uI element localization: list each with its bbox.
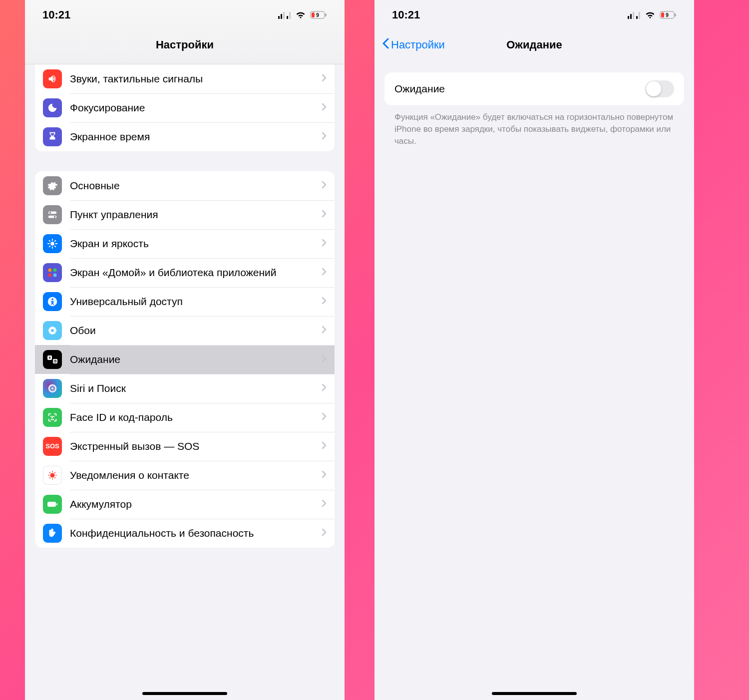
standby-toggle-row: Ожидание bbox=[384, 72, 684, 105]
home-indicator[interactable] bbox=[492, 692, 577, 695]
svg-point-46 bbox=[51, 416, 51, 417]
svg-point-55 bbox=[54, 472, 55, 473]
status-time: 10:21 bbox=[392, 8, 420, 21]
svg-point-52 bbox=[48, 475, 49, 476]
svg-rect-63 bbox=[636, 16, 638, 19]
chevron-left-icon bbox=[382, 38, 389, 52]
home-indicator[interactable] bbox=[142, 692, 227, 695]
settings-row-moon[interactable]: Фокусирование bbox=[35, 93, 335, 122]
svg-rect-3 bbox=[287, 16, 288, 19]
standby-icon: 9 bbox=[43, 350, 62, 369]
svg-point-51 bbox=[52, 478, 53, 479]
settings-row-switches[interactable]: Пункт управления bbox=[35, 200, 335, 229]
svg-text:SOS: SOS bbox=[45, 442, 59, 450]
chevron-right-icon bbox=[322, 383, 327, 393]
svg-rect-62 bbox=[633, 12, 634, 19]
faceid-icon bbox=[43, 408, 62, 427]
settings-row-sos[interactable]: SOSЭкстренный вызов — SOS bbox=[35, 432, 335, 461]
wifi-icon bbox=[645, 11, 656, 19]
row-label: Экстренный вызов — SOS bbox=[70, 440, 322, 453]
gear-icon bbox=[43, 176, 62, 195]
svg-point-47 bbox=[53, 416, 54, 417]
page-title: Настройки bbox=[156, 38, 214, 51]
phone-standby: 10:21 9 Настройки Ожидание Ожидание bbox=[374, 0, 694, 700]
settings-row-exposure[interactable]: Уведомления о контакте bbox=[35, 461, 335, 490]
settings-row-hourglass[interactable]: Экранное время bbox=[35, 122, 335, 151]
speaker-icon bbox=[43, 69, 62, 88]
standby-toggle[interactable] bbox=[645, 80, 674, 97]
chevron-right-icon bbox=[322, 210, 327, 220]
svg-rect-2 bbox=[283, 12, 285, 19]
chevron-right-icon bbox=[322, 297, 327, 307]
chevron-right-icon bbox=[322, 103, 327, 113]
hourglass-icon bbox=[43, 127, 62, 146]
settings-row-faceid[interactable]: Face ID и код-пароль bbox=[35, 403, 335, 432]
row-label: Экран и яркость bbox=[70, 237, 322, 250]
svg-rect-64 bbox=[639, 12, 640, 19]
svg-point-56 bbox=[49, 477, 50, 478]
row-label: Siri и Поиск bbox=[70, 382, 322, 395]
svg-point-27 bbox=[51, 299, 53, 301]
row-label: Ожидание bbox=[70, 353, 322, 366]
settings-row-home-grid[interactable]: Экран «Домой» и библиотека приложений bbox=[35, 258, 335, 287]
chevron-right-icon bbox=[322, 239, 327, 249]
brightness-icon bbox=[43, 234, 62, 253]
settings-row-gear[interactable]: Основные bbox=[35, 171, 335, 200]
svg-rect-23 bbox=[53, 269, 56, 272]
settings-row-hand[interactable]: Конфиденциальность и безопасность bbox=[35, 519, 335, 548]
sos-icon: SOS bbox=[43, 437, 62, 456]
svg-text:9: 9 bbox=[666, 12, 669, 18]
row-label: Экран «Домой» и библиотека приложений bbox=[70, 266, 322, 279]
svg-rect-0 bbox=[278, 16, 280, 19]
settings-row-standby[interactable]: 9Ожидание bbox=[35, 345, 335, 374]
svg-text:9: 9 bbox=[316, 12, 319, 18]
svg-point-13 bbox=[50, 242, 54, 245]
row-label: Универсальный доступ bbox=[70, 295, 322, 308]
svg-rect-66 bbox=[661, 12, 664, 17]
row-label: Звуки, тактильные сигналы bbox=[70, 72, 322, 85]
row-label: Аккумулятор bbox=[70, 498, 322, 511]
svg-text:9: 9 bbox=[49, 356, 51, 359]
hand-icon bbox=[43, 524, 62, 543]
siri-icon bbox=[43, 379, 62, 398]
svg-rect-4 bbox=[289, 12, 291, 19]
svg-rect-59 bbox=[56, 503, 57, 505]
svg-point-43 bbox=[48, 384, 57, 393]
toggle-knob bbox=[646, 81, 661, 96]
chevron-right-icon bbox=[322, 74, 327, 84]
svg-point-53 bbox=[55, 475, 56, 476]
standby-content: Ожидание Функция «Ожидание» будет включа… bbox=[374, 60, 694, 700]
settings-row-battery[interactable]: Аккумулятор bbox=[35, 490, 335, 519]
svg-rect-67 bbox=[675, 13, 676, 16]
svg-line-20 bbox=[49, 246, 50, 247]
svg-rect-61 bbox=[630, 14, 632, 19]
svg-rect-24 bbox=[48, 274, 51, 277]
row-label: Уведомления о контакте bbox=[70, 469, 322, 482]
svg-point-50 bbox=[52, 471, 53, 472]
chevron-right-icon bbox=[322, 441, 327, 451]
chevron-right-icon bbox=[322, 354, 327, 364]
settings-row-accessibility[interactable]: Универсальный доступ bbox=[35, 287, 335, 316]
dual-signal-icon bbox=[278, 11, 291, 19]
dual-signal-icon bbox=[628, 11, 641, 19]
footer-description: Функция «Ожидание» будет включаться на г… bbox=[384, 105, 684, 153]
settings-content[interactable]: Звуки, тактильные сигналыФокусированиеЭк… bbox=[25, 64, 345, 700]
back-button[interactable]: Настройки bbox=[382, 38, 445, 52]
settings-row-siri[interactable]: Siri и Поиск bbox=[35, 374, 335, 403]
home-grid-icon bbox=[43, 263, 62, 282]
back-label: Настройки bbox=[391, 38, 445, 51]
chevron-right-icon bbox=[322, 326, 327, 336]
svg-rect-60 bbox=[628, 16, 629, 19]
toggle-label: Ожидание bbox=[394, 83, 445, 95]
wifi-icon bbox=[295, 11, 306, 19]
moon-icon bbox=[43, 98, 62, 117]
svg-line-21 bbox=[55, 241, 56, 242]
status-indicators: 9 bbox=[628, 11, 677, 19]
settings-row-brightness[interactable]: Экран и яркость bbox=[35, 229, 335, 258]
settings-row-speaker[interactable]: Звуки, тактильные сигналы bbox=[35, 64, 335, 93]
status-bar: 10:21 9 bbox=[374, 0, 694, 30]
row-label: Конфиденциальность и безопасность bbox=[70, 527, 322, 540]
settings-row-flower[interactable]: Обои bbox=[35, 316, 335, 345]
svg-rect-58 bbox=[47, 502, 56, 507]
group-focus-sounds: Звуки, тактильные сигналыФокусированиеЭк… bbox=[35, 64, 335, 151]
